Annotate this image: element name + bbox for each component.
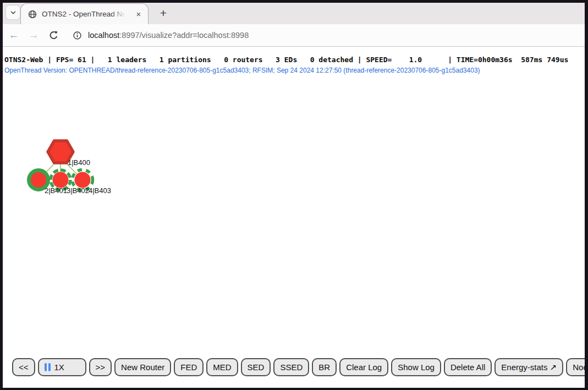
openthread-version-line: OpenThread Version: OPENTHREAD/thread-re… — [4, 67, 480, 74]
tab-title-wrap: OTNS2 - OpenThread Ne — [42, 9, 125, 19]
node-label: 1|B400 — [68, 158, 90, 167]
br-button[interactable]: BR — [312, 358, 337, 376]
info-icon — [73, 31, 82, 40]
tab-strip: OTNS2 - OpenThread Ne × + — [3, 3, 585, 24]
browser-toolbar: ← → localhost:8997/visualize?addr=localh… — [3, 24, 585, 47]
tab-title-fade — [111, 9, 125, 19]
address-bar[interactable]: localhost:8997/visualize?addr=localhost:… — [88, 24, 249, 46]
chevron-down-icon — [9, 9, 17, 17]
show-log-button[interactable]: Show Log — [391, 358, 441, 376]
ssed-button[interactable]: SSED — [273, 358, 309, 376]
delete-all-button[interactable]: Delete All — [444, 358, 492, 376]
tab-close-icon[interactable]: × — [134, 9, 144, 19]
speed-down-button[interactable]: << — [12, 358, 35, 376]
reload-button[interactable] — [46, 24, 61, 46]
energy-stats-button[interactable]: Energy-stats ↗ — [494, 358, 563, 376]
network-canvas[interactable]: 1|B400 2|B401 3|B402 4|B403 — [3, 80, 146, 206]
fed-button[interactable]: FED — [174, 358, 204, 376]
new-router-button[interactable]: New Router — [114, 358, 171, 376]
tab-otns2[interactable]: OTNS2 - OpenThread Ne × — [21, 4, 148, 24]
med-button[interactable]: MED — [206, 358, 238, 376]
otns-page: OTNS2-Web | FPS= 61 | 1 leaders 1 partit… — [3, 47, 585, 388]
globe-icon — [28, 10, 37, 19]
browser-window: OTNS2 - OpenThread Ne × + ← → localhost:… — [3, 3, 585, 388]
new-tab-button[interactable]: + — [157, 7, 170, 20]
tab-search-button[interactable] — [6, 5, 20, 20]
site-info-button[interactable] — [70, 24, 84, 46]
back-button[interactable]: ← — [7, 24, 21, 46]
speed-display-button[interactable]: 1X — [38, 358, 86, 376]
node-label: 3|B402 — [67, 186, 89, 195]
node-label: 4|B403 — [89, 186, 111, 195]
control-bar: << 1X >> New Router FED MED SED SSED BR … — [12, 358, 585, 376]
reload-icon — [48, 30, 59, 41]
node-stats-button[interactable]: Node-stats ↗ — [566, 358, 585, 376]
sed-button[interactable]: SED — [241, 358, 271, 376]
simulation-status-line: OTNS2-Web | FPS= 61 | 1 leaders 1 partit… — [4, 56, 568, 64]
speed-value: 1X — [54, 362, 64, 372]
url-path: :8997/visualize?addr=localhost:8998 — [119, 31, 249, 40]
pause-icon — [45, 363, 51, 371]
url-host: localhost — [88, 31, 119, 40]
clear-log-button[interactable]: Clear Log — [339, 358, 388, 376]
speed-up-button[interactable]: >> — [89, 358, 112, 376]
forward-button[interactable]: → — [26, 24, 41, 46]
node-label: 2|B401 — [45, 186, 67, 195]
